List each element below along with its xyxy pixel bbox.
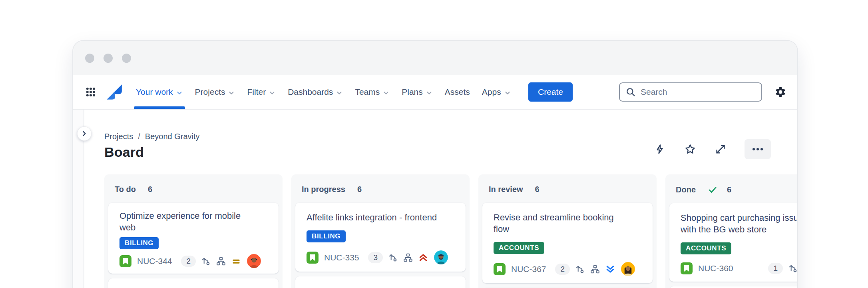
board-main: Projects / Beyond Gravity Board: [84, 110, 797, 288]
column-in-review: In review 6 Revise and streamline bookin…: [478, 174, 657, 288]
column-name: In review: [489, 185, 523, 194]
nav-item-filter[interactable]: Filter: [241, 75, 282, 109]
label-badge: BILLING: [119, 237, 159, 249]
card-meta: NUC-360 1: [681, 262, 797, 274]
column-name: To do: [115, 185, 136, 194]
nav-item-assets[interactable]: Assets: [439, 75, 476, 109]
chevron-down-icon: [504, 89, 511, 96]
card-meta: NUC-367 2: [494, 262, 641, 276]
nav-item-label: Assets: [445, 87, 470, 97]
card-meta: NUC-344 2: [119, 254, 267, 268]
column-done: Done 6 Shopping cart purchasing issues w…: [665, 174, 797, 288]
card-partial[interactable]: Onboard workout options: [108, 278, 279, 288]
card-partial[interactable]: [669, 286, 797, 288]
priority-medium-icon: [231, 256, 241, 266]
card-nuc-344[interactable]: Optimize experience for mobile web BILLI…: [108, 203, 279, 274]
chevron-down-icon: [176, 89, 183, 96]
column-count: 6: [727, 185, 731, 194]
breadcrumb-project-name[interactable]: Beyond Gravity: [145, 132, 200, 141]
more-options-button[interactable]: [745, 139, 771, 159]
traffic-light-dot: [104, 54, 113, 63]
lightning-icon[interactable]: [653, 143, 666, 156]
nav-item-label: Apps: [482, 87, 501, 97]
search-icon: [625, 87, 636, 97]
chevron-down-icon: [336, 89, 343, 96]
gear-icon[interactable]: [772, 83, 789, 101]
links-count-badge: 1: [768, 263, 783, 274]
nav-item-projects[interactable]: Projects: [189, 75, 241, 109]
story-icon: [307, 252, 319, 264]
branch-icon: [388, 252, 398, 263]
column-count: 6: [535, 185, 540, 194]
story-icon: [119, 255, 131, 267]
card-title: Shopping cart purchasing issues with the…: [681, 212, 797, 235]
chevron-down-icon: [382, 89, 390, 96]
nav-item-your-work[interactable]: Your work: [130, 75, 189, 109]
label-badge: ACCOUNTS: [681, 242, 731, 254]
story-icon: [494, 263, 506, 275]
branch-icon: [201, 256, 211, 266]
links-count-badge: 3: [368, 252, 383, 263]
nav-item-dashboards[interactable]: Dashboards: [282, 75, 349, 109]
top-navbar: Your work Projects Filter Dashboards Tea…: [73, 75, 797, 110]
ellipsis-icon: [752, 147, 764, 151]
app-switcher-icon[interactable]: [82, 83, 100, 101]
breadcrumb: Projects / Beyond Gravity: [104, 132, 200, 141]
card-title: Revise and streamline booking flow: [494, 212, 625, 235]
expand-sidebar-button[interactable]: [77, 126, 92, 141]
done-check-icon: [708, 185, 717, 194]
branch-icon: [575, 264, 585, 274]
assignee-avatar[interactable]: [621, 262, 635, 276]
subtasks-icon: [590, 264, 600, 274]
nav-item-teams[interactable]: Teams: [349, 75, 396, 109]
card-nuc-360[interactable]: Shopping cart purchasing issues with the…: [669, 203, 797, 282]
expand-icon[interactable]: [714, 143, 727, 156]
traffic-light-dot: [122, 54, 131, 63]
column-header: To do 6: [108, 174, 279, 203]
nav-item-label: Dashboards: [288, 87, 333, 97]
issue-key: NUC-344: [137, 256, 172, 266]
search-box[interactable]: [619, 82, 762, 102]
star-icon[interactable]: [684, 143, 697, 156]
nav-item-apps[interactable]: Apps: [476, 75, 517, 109]
links-count-badge: 2: [181, 256, 196, 267]
chevron-right-icon: [81, 130, 88, 137]
page-title: Board: [104, 144, 200, 160]
app-window: Your work Projects Filter Dashboards Tea…: [72, 40, 798, 288]
nav-item-label: Projects: [195, 87, 225, 97]
label-badge: ACCOUNTS: [494, 242, 544, 254]
jira-logo-icon[interactable]: [105, 83, 123, 101]
column-count: 6: [357, 185, 362, 194]
create-button[interactable]: Create: [528, 82, 573, 102]
nav-menu: Your work Projects Filter Dashboards Tea…: [130, 75, 517, 109]
card-partial[interactable]: [295, 276, 466, 288]
subtasks-icon: [216, 256, 226, 266]
collapsed-sidebar-rail: [73, 110, 84, 288]
card-nuc-367[interactable]: Revise and streamline booking flow ACCOU…: [482, 203, 653, 283]
board-toolbar: [653, 139, 771, 160]
card-title: Optimize experience for mobile web: [119, 210, 251, 233]
priority-low-icon: [605, 264, 615, 274]
links-count-badge: 2: [555, 264, 570, 275]
nav-item-label: Filter: [247, 87, 266, 97]
nav-item-plans[interactable]: Plans: [396, 75, 439, 109]
chevron-down-icon: [426, 89, 433, 96]
priority-highest-icon: [418, 252, 428, 263]
column-header: In progress 6: [295, 174, 466, 203]
column-in-progress: In progress 6 Affelite links integration…: [291, 174, 470, 288]
traffic-light-dot: [85, 54, 94, 63]
issue-key: NUC-360: [698, 264, 733, 273]
assignee-avatar[interactable]: [247, 254, 261, 268]
column-todo: To do 6 Optimize experience for mobile w…: [104, 174, 283, 288]
assignee-avatar[interactable]: [434, 250, 448, 264]
nav-item-label: Plans: [402, 87, 423, 97]
content-area: Projects / Beyond Gravity Board: [73, 110, 797, 288]
chevron-down-icon: [228, 89, 235, 96]
subtasks-icon: [403, 252, 413, 263]
label-badge: BILLING: [307, 230, 346, 242]
card-nuc-335[interactable]: Affelite links integration - frontend BI…: [295, 203, 466, 272]
breadcrumb-separator: /: [138, 132, 140, 141]
search-input[interactable]: [641, 87, 756, 97]
breadcrumb-projects[interactable]: Projects: [104, 132, 133, 141]
column-name: Done: [676, 185, 696, 194]
